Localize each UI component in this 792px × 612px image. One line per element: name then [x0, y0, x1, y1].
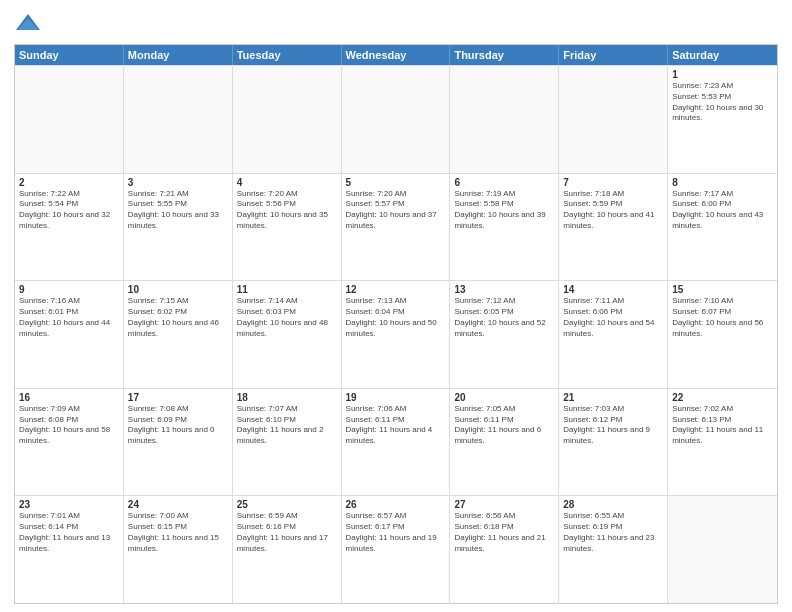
day-info: Sunrise: 7:20 AM Sunset: 5:56 PM Dayligh…: [237, 189, 337, 232]
day-info: Sunrise: 6:57 AM Sunset: 6:17 PM Dayligh…: [346, 511, 446, 554]
weekday-header-friday: Friday: [559, 45, 668, 65]
weekday-header-wednesday: Wednesday: [342, 45, 451, 65]
day-number: 9: [19, 284, 119, 295]
day-cell-26: 26Sunrise: 6:57 AM Sunset: 6:17 PM Dayli…: [342, 496, 451, 603]
day-cell-4: 4Sunrise: 7:20 AM Sunset: 5:56 PM Daylig…: [233, 174, 342, 281]
day-info: Sunrise: 7:11 AM Sunset: 6:06 PM Dayligh…: [563, 296, 663, 339]
day-number: 5: [346, 177, 446, 188]
day-number: 27: [454, 499, 554, 510]
day-info: Sunrise: 7:22 AM Sunset: 5:54 PM Dayligh…: [19, 189, 119, 232]
weekday-header-saturday: Saturday: [668, 45, 777, 65]
calendar-row-5: 23Sunrise: 7:01 AM Sunset: 6:14 PM Dayli…: [15, 495, 777, 603]
day-number: 13: [454, 284, 554, 295]
calendar-row-3: 9Sunrise: 7:16 AM Sunset: 6:01 PM Daylig…: [15, 280, 777, 388]
day-info: Sunrise: 7:06 AM Sunset: 6:11 PM Dayligh…: [346, 404, 446, 447]
day-info: Sunrise: 7:09 AM Sunset: 6:08 PM Dayligh…: [19, 404, 119, 447]
day-cell-empty: [559, 66, 668, 173]
day-cell-21: 21Sunrise: 7:03 AM Sunset: 6:12 PM Dayli…: [559, 389, 668, 496]
day-cell-27: 27Sunrise: 6:56 AM Sunset: 6:18 PM Dayli…: [450, 496, 559, 603]
day-number: 22: [672, 392, 773, 403]
day-number: 21: [563, 392, 663, 403]
day-info: Sunrise: 7:23 AM Sunset: 5:53 PM Dayligh…: [672, 81, 773, 124]
calendar: SundayMondayTuesdayWednesdayThursdayFrid…: [14, 44, 778, 604]
day-cell-19: 19Sunrise: 7:06 AM Sunset: 6:11 PM Dayli…: [342, 389, 451, 496]
day-number: 11: [237, 284, 337, 295]
day-number: 19: [346, 392, 446, 403]
day-cell-empty: [450, 66, 559, 173]
day-cell-15: 15Sunrise: 7:10 AM Sunset: 6:07 PM Dayli…: [668, 281, 777, 388]
day-cell-20: 20Sunrise: 7:05 AM Sunset: 6:11 PM Dayli…: [450, 389, 559, 496]
day-number: 4: [237, 177, 337, 188]
day-number: 10: [128, 284, 228, 295]
weekday-header-monday: Monday: [124, 45, 233, 65]
day-info: Sunrise: 7:20 AM Sunset: 5:57 PM Dayligh…: [346, 189, 446, 232]
day-number: 2: [19, 177, 119, 188]
day-info: Sunrise: 6:55 AM Sunset: 6:19 PM Dayligh…: [563, 511, 663, 554]
day-cell-2: 2Sunrise: 7:22 AM Sunset: 5:54 PM Daylig…: [15, 174, 124, 281]
weekday-header-sunday: Sunday: [15, 45, 124, 65]
day-number: 20: [454, 392, 554, 403]
day-number: 1: [672, 69, 773, 80]
day-info: Sunrise: 7:19 AM Sunset: 5:58 PM Dayligh…: [454, 189, 554, 232]
day-cell-9: 9Sunrise: 7:16 AM Sunset: 6:01 PM Daylig…: [15, 281, 124, 388]
day-number: 28: [563, 499, 663, 510]
day-cell-11: 11Sunrise: 7:14 AM Sunset: 6:03 PM Dayli…: [233, 281, 342, 388]
day-info: Sunrise: 7:13 AM Sunset: 6:04 PM Dayligh…: [346, 296, 446, 339]
day-cell-22: 22Sunrise: 7:02 AM Sunset: 6:13 PM Dayli…: [668, 389, 777, 496]
calendar-body: 1Sunrise: 7:23 AM Sunset: 5:53 PM Daylig…: [15, 65, 777, 603]
calendar-row-2: 2Sunrise: 7:22 AM Sunset: 5:54 PM Daylig…: [15, 173, 777, 281]
page: SundayMondayTuesdayWednesdayThursdayFrid…: [0, 0, 792, 612]
day-info: Sunrise: 7:18 AM Sunset: 5:59 PM Dayligh…: [563, 189, 663, 232]
day-info: Sunrise: 7:03 AM Sunset: 6:12 PM Dayligh…: [563, 404, 663, 447]
day-cell-13: 13Sunrise: 7:12 AM Sunset: 6:05 PM Dayli…: [450, 281, 559, 388]
day-number: 6: [454, 177, 554, 188]
day-info: Sunrise: 7:14 AM Sunset: 6:03 PM Dayligh…: [237, 296, 337, 339]
day-number: 8: [672, 177, 773, 188]
day-info: Sunrise: 7:21 AM Sunset: 5:55 PM Dayligh…: [128, 189, 228, 232]
day-cell-empty: [342, 66, 451, 173]
day-info: Sunrise: 7:00 AM Sunset: 6:15 PM Dayligh…: [128, 511, 228, 554]
calendar-row-1: 1Sunrise: 7:23 AM Sunset: 5:53 PM Daylig…: [15, 65, 777, 173]
weekday-header-tuesday: Tuesday: [233, 45, 342, 65]
day-cell-18: 18Sunrise: 7:07 AM Sunset: 6:10 PM Dayli…: [233, 389, 342, 496]
day-info: Sunrise: 7:12 AM Sunset: 6:05 PM Dayligh…: [454, 296, 554, 339]
day-number: 23: [19, 499, 119, 510]
day-number: 17: [128, 392, 228, 403]
logo-icon: [14, 10, 42, 38]
day-cell-28: 28Sunrise: 6:55 AM Sunset: 6:19 PM Dayli…: [559, 496, 668, 603]
weekday-header-thursday: Thursday: [450, 45, 559, 65]
day-cell-8: 8Sunrise: 7:17 AM Sunset: 6:00 PM Daylig…: [668, 174, 777, 281]
day-cell-5: 5Sunrise: 7:20 AM Sunset: 5:57 PM Daylig…: [342, 174, 451, 281]
day-number: 25: [237, 499, 337, 510]
day-cell-17: 17Sunrise: 7:08 AM Sunset: 6:09 PM Dayli…: [124, 389, 233, 496]
day-number: 24: [128, 499, 228, 510]
day-info: Sunrise: 7:01 AM Sunset: 6:14 PM Dayligh…: [19, 511, 119, 554]
day-number: 15: [672, 284, 773, 295]
day-cell-10: 10Sunrise: 7:15 AM Sunset: 6:02 PM Dayli…: [124, 281, 233, 388]
day-number: 12: [346, 284, 446, 295]
day-number: 14: [563, 284, 663, 295]
day-info: Sunrise: 7:02 AM Sunset: 6:13 PM Dayligh…: [672, 404, 773, 447]
day-cell-7: 7Sunrise: 7:18 AM Sunset: 5:59 PM Daylig…: [559, 174, 668, 281]
day-cell-12: 12Sunrise: 7:13 AM Sunset: 6:04 PM Dayli…: [342, 281, 451, 388]
day-info: Sunrise: 7:16 AM Sunset: 6:01 PM Dayligh…: [19, 296, 119, 339]
calendar-row-4: 16Sunrise: 7:09 AM Sunset: 6:08 PM Dayli…: [15, 388, 777, 496]
day-number: 18: [237, 392, 337, 403]
day-number: 26: [346, 499, 446, 510]
day-cell-3: 3Sunrise: 7:21 AM Sunset: 5:55 PM Daylig…: [124, 174, 233, 281]
day-info: Sunrise: 7:10 AM Sunset: 6:07 PM Dayligh…: [672, 296, 773, 339]
day-number: 16: [19, 392, 119, 403]
day-cell-empty: [15, 66, 124, 173]
day-cell-23: 23Sunrise: 7:01 AM Sunset: 6:14 PM Dayli…: [15, 496, 124, 603]
day-cell-empty: [233, 66, 342, 173]
day-info: Sunrise: 7:17 AM Sunset: 6:00 PM Dayligh…: [672, 189, 773, 232]
day-number: 3: [128, 177, 228, 188]
day-cell-25: 25Sunrise: 6:59 AM Sunset: 6:16 PM Dayli…: [233, 496, 342, 603]
day-cell-1: 1Sunrise: 7:23 AM Sunset: 5:53 PM Daylig…: [668, 66, 777, 173]
day-cell-6: 6Sunrise: 7:19 AM Sunset: 5:58 PM Daylig…: [450, 174, 559, 281]
day-info: Sunrise: 7:15 AM Sunset: 6:02 PM Dayligh…: [128, 296, 228, 339]
calendar-header: SundayMondayTuesdayWednesdayThursdayFrid…: [15, 45, 777, 65]
day-info: Sunrise: 6:59 AM Sunset: 6:16 PM Dayligh…: [237, 511, 337, 554]
day-info: Sunrise: 7:08 AM Sunset: 6:09 PM Dayligh…: [128, 404, 228, 447]
day-info: Sunrise: 6:56 AM Sunset: 6:18 PM Dayligh…: [454, 511, 554, 554]
